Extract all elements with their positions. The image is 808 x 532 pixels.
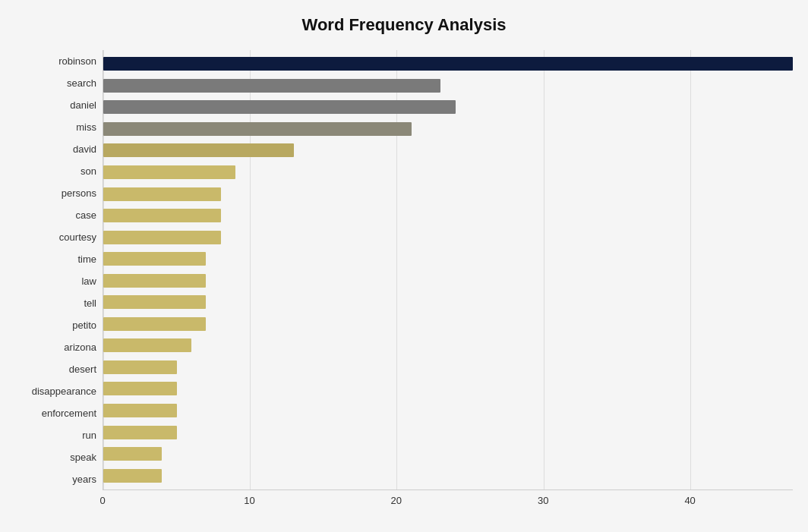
y-label: petito <box>15 316 96 335</box>
bar-row <box>103 294 793 310</box>
y-label: tell <box>15 294 96 313</box>
y-label: daniel <box>15 96 96 115</box>
bar <box>103 57 793 71</box>
bar-row <box>103 272 793 289</box>
bar-row <box>103 467 793 484</box>
bar-row <box>103 99 793 115</box>
bar <box>103 382 177 395</box>
bar <box>103 360 177 374</box>
y-label: desert <box>15 360 96 379</box>
bar <box>103 252 206 266</box>
bar <box>103 187 221 201</box>
bar-row <box>103 250 793 267</box>
y-label: son <box>15 162 96 181</box>
y-label: david <box>15 140 96 159</box>
y-label: run <box>15 426 96 445</box>
bar-row <box>103 77 793 94</box>
y-axis: robinsonsearchdanielmissdavidsonpersonsc… <box>15 50 103 490</box>
y-label: robinson <box>15 52 96 71</box>
x-tick: 0 <box>99 495 105 506</box>
bar-row <box>103 186 793 203</box>
bar <box>103 317 206 331</box>
bar <box>103 447 162 461</box>
x-tick: 30 <box>538 495 548 506</box>
bar <box>103 231 221 244</box>
bar-row <box>103 142 793 159</box>
bar <box>103 469 162 483</box>
bar <box>103 165 235 179</box>
bar <box>103 426 177 439</box>
y-label: arizona <box>15 338 96 357</box>
chart-area: robinsonsearchdanielmissdavidsonpersonsc… <box>15 50 793 490</box>
bar <box>103 122 412 136</box>
bar-row <box>103 316 793 332</box>
bar-row <box>103 207 793 224</box>
y-label: law <box>15 272 96 291</box>
y-label: speak <box>15 448 96 467</box>
bar-row <box>103 380 793 397</box>
y-label: enforcement <box>15 404 96 423</box>
x-tick: 40 <box>684 495 695 506</box>
bar-row <box>103 424 793 441</box>
bar <box>103 100 456 114</box>
bar <box>103 79 440 93</box>
bar <box>103 295 206 309</box>
bar <box>103 274 206 288</box>
chart-container: Word Frequency Analysis robinsonsearchda… <box>0 0 808 532</box>
bar-row <box>103 402 793 419</box>
bar <box>103 338 191 352</box>
bar <box>103 404 177 417</box>
y-label: miss <box>15 118 96 137</box>
y-label: search <box>15 74 96 93</box>
y-label: courtesy <box>15 228 96 247</box>
bar-row <box>103 229 793 246</box>
bar-row <box>103 55 793 72</box>
bars-section <box>103 50 793 490</box>
bar-row <box>103 121 793 137</box>
y-label: case <box>15 206 96 225</box>
chart-title: Word Frequency Analysis <box>15 8 793 50</box>
bar-row <box>103 359 793 376</box>
y-label: persons <box>15 184 96 203</box>
y-label: years <box>15 470 96 489</box>
x-axis: 010203040 <box>103 490 793 513</box>
x-tick: 10 <box>244 495 254 506</box>
bar-row <box>103 164 793 181</box>
x-tick: 20 <box>391 495 402 506</box>
y-label: time <box>15 250 96 269</box>
bar-row <box>103 445 793 462</box>
bar <box>103 143 294 157</box>
bar <box>103 209 221 222</box>
bar-row <box>103 337 793 354</box>
y-label: disappearance <box>15 382 96 401</box>
bars-wrapper <box>103 50 793 490</box>
